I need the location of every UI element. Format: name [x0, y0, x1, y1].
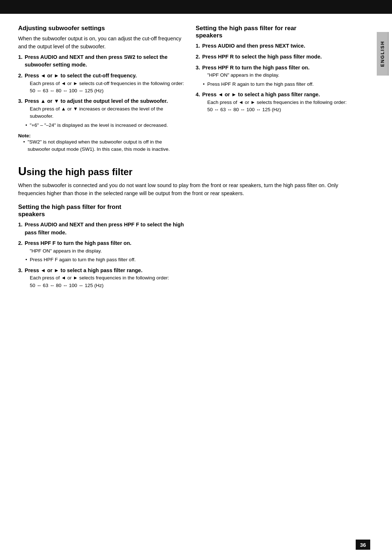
adjusting-step-2-text: Press ◄ or ► to select the cut-off frequ…: [25, 73, 137, 78]
rear-step-3-text: Press HPF R to turn the high pass filter…: [202, 65, 310, 70]
front-step-2-bullet: Press HPF F again to turn the high pass …: [25, 256, 185, 263]
adjusting-step-1-text: Press AUDIO and NEXT and then press SW2 …: [25, 54, 167, 68]
rear-speakers-steps: 1. Press AUDIO and then press NEXT twice…: [196, 42, 362, 113]
top-bar: [0, 0, 392, 14]
rear-speakers-title: Setting the high pass filter for rearspe…: [196, 25, 362, 39]
note-title: Note:: [18, 133, 31, 138]
front-step-2: 2. Press HPF F to turn the high pass fil…: [18, 239, 185, 263]
rear-step-4-text: Press ◄ or ► to select a high pass filte…: [202, 92, 320, 97]
adjusting-title: Adjusting subwoofer settings: [18, 25, 185, 32]
adjusting-step-3-text: Press ▲ or ▼ to adjust the output level …: [25, 98, 168, 104]
rear-step-4: 4. Press ◄ or ► to select a high pass fi…: [196, 91, 362, 113]
front-step-2-detail: "HPF ON" appears in the display.: [25, 247, 185, 255]
english-tab: ENGLISH: [377, 32, 389, 76]
adjusting-steps: 1. Press AUDIO and NEXT and then press S…: [18, 53, 185, 129]
adjusting-step-3: 3. Press ▲ or ▼ to adjust the output lev…: [18, 97, 185, 129]
front-speakers-right-empty: [196, 203, 362, 293]
rear-step-2-text: Press HPF R to select the high pass filt…: [202, 54, 322, 60]
adjusting-step-3-detail: Each press of ▲ or ▼ increases or decrea…: [25, 105, 185, 120]
left-column: Adjusting subwoofer settings When the su…: [18, 25, 185, 156]
front-speakers-column: Setting the high pass filter for frontsp…: [18, 203, 185, 293]
using-high-pass-intro: When the subwoofer is connected and you …: [18, 182, 362, 198]
rear-step-3-bullet: Press HPF R again to turn the high pass …: [202, 81, 362, 88]
front-step-3: 3. Press ◄ or ► to select a high pass fi…: [18, 267, 185, 289]
adjusting-note: Note: "SW2" is not displayed when the su…: [18, 133, 185, 153]
front-step-1-text: Press AUDIO and NEXT and then press HPF …: [25, 222, 184, 235]
adjusting-step-2-detail: Each press of ◄ or ► selects cut-off fre…: [25, 80, 185, 95]
front-speakers-steps: 1. Press AUDIO and NEXT and then press H…: [18, 221, 185, 289]
using-high-pass-section: Using the high pass filter When the subw…: [18, 165, 362, 198]
front-speakers-title: Setting the high pass filter for frontsp…: [18, 203, 185, 218]
front-step-3-text: Press ◄ or ► to select a high pass filte…: [25, 267, 142, 273]
note-text: "SW2" is not displayed when the subwoofe…: [18, 138, 185, 153]
rear-step-1: 1. Press AUDIO and then press NEXT twice…: [196, 42, 362, 50]
adjusting-step-3-bullet: "+6" – "–24" is displayed as the level i…: [25, 122, 185, 129]
front-step-2-text: Press HPF F to turn the high pass filter…: [25, 240, 131, 246]
adjusting-step-1: 1. Press AUDIO and NEXT and then press S…: [18, 53, 185, 69]
rear-step-1-text: Press AUDIO and then press NEXT twice.: [202, 43, 305, 49]
adjusting-intro: When the subwoofer output is on, you can…: [18, 35, 185, 51]
front-step-1: 1. Press AUDIO and NEXT and then press H…: [18, 221, 185, 237]
front-step-3-detail: Each press of ◄ or ► selects frequencies…: [25, 274, 185, 289]
using-high-pass-title: Using the high pass filter: [18, 165, 362, 178]
right-column: Setting the high pass filter for rearspe…: [196, 25, 362, 156]
rear-step-3: 3. Press HPF R to turn the high pass fil…: [196, 64, 362, 88]
rear-step-3-detail: "HPF ON" appears in the display.: [202, 72, 362, 79]
page-number: 36: [356, 540, 370, 550]
rear-step-2: 2. Press HPF R to select the high pass f…: [196, 53, 362, 61]
right-sidebar: ENGLISH: [373, 25, 392, 293]
rear-step-4-detail: Each press of ◄ or ► selects frequencies…: [202, 99, 362, 114]
adjusting-step-2: 2. Press ◄ or ► to select the cut-off fr…: [18, 72, 185, 94]
